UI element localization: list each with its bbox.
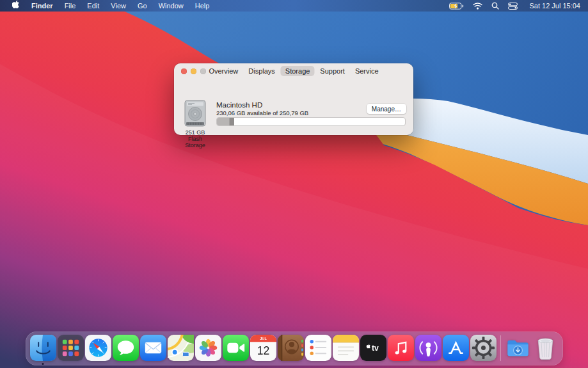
tab-overview[interactable]: Overview <box>204 66 242 76</box>
tab-service[interactable]: Service <box>351 66 383 76</box>
volume-name: Macintosh HD <box>216 101 262 109</box>
tab-displays[interactable]: Displays <box>244 66 280 76</box>
disk-column: 251 GB Flash Storage <box>177 100 213 148</box>
dock-icon-facetime[interactable] <box>223 335 249 361</box>
dock-icon-launchpad[interactable] <box>58 335 84 361</box>
hard-drive-icon <box>184 100 206 127</box>
dock-icon-safari[interactable] <box>85 335 111 361</box>
window-tabs: Overview Displays Storage Support Servic… <box>204 66 383 76</box>
menu-help[interactable]: Help <box>189 0 216 12</box>
dock-icon-reminders[interactable] <box>305 335 331 361</box>
disk-capacity-label: 251 GB <box>177 129 213 136</box>
menu-app-name[interactable]: Finder <box>26 0 59 12</box>
window-titlebar[interactable]: Overview Displays Storage Support Servic… <box>174 63 413 79</box>
menu-view[interactable]: View <box>105 0 132 12</box>
desktop: Finder File Edit View Go Window Help <box>0 0 588 368</box>
spotlight-search-icon[interactable] <box>491 2 499 10</box>
storage-usage-bar <box>216 117 406 126</box>
dock-icon-podcasts[interactable] <box>415 335 441 361</box>
dock-icon-app-store[interactable] <box>443 335 469 361</box>
finder-running-indicator <box>42 363 44 365</box>
battery-charging-icon[interactable] <box>449 3 464 10</box>
manage-button[interactable]: Manage… <box>367 104 406 114</box>
dock-icon-contacts[interactable] <box>278 335 304 361</box>
menu-file[interactable]: File <box>59 0 82 12</box>
menu-bar-clock[interactable]: Sat 12 Jul 15:04 <box>529 2 580 10</box>
tab-support[interactable]: Support <box>315 66 349 76</box>
storage-pane: 251 GB Flash Storage Macintosh HD 230,06… <box>174 142 413 198</box>
disk-kind-label: Flash Storage <box>177 136 213 148</box>
tv-label: tv <box>372 344 379 353</box>
dock-icon-system-preferences[interactable] <box>470 335 497 361</box>
minimize-button[interactable] <box>191 68 196 74</box>
availability-text: 230,06 GB available of 250,79 GB <box>216 109 308 116</box>
dock-icon-mail[interactable] <box>140 335 166 361</box>
traffic-lights <box>181 68 206 74</box>
dock-icon-tv[interactable]: tv <box>360 335 386 361</box>
dock: JUL 12 <box>26 332 563 365</box>
menu-go[interactable]: Go <box>132 0 153 12</box>
control-center-icon[interactable] <box>508 3 518 10</box>
menu-window[interactable]: Window <box>153 0 189 12</box>
dock-divider <box>500 335 501 361</box>
dock-icon-notes[interactable] <box>333 335 359 361</box>
apple-logo-icon <box>12 0 20 8</box>
dock-icon-maps[interactable] <box>168 335 194 361</box>
tab-storage[interactable]: Storage <box>281 66 315 76</box>
dock-icon-trash[interactable] <box>532 335 559 361</box>
usage-segment-light <box>217 118 230 125</box>
close-button[interactable] <box>181 68 187 74</box>
menu-edit[interactable]: Edit <box>81 0 105 12</box>
wifi-icon[interactable] <box>473 3 482 10</box>
about-this-mac-window: Overview Displays Storage Support Servic… <box>174 63 413 135</box>
usage-segment-dark <box>230 118 234 125</box>
calendar-month-label: JUL <box>260 337 267 340</box>
dock-icon-music[interactable] <box>388 335 414 361</box>
menu-bar: Finder File Edit View Go Window Help <box>0 0 588 12</box>
apple-menu[interactable] <box>6 0 26 12</box>
dock-icon-finder[interactable] <box>30 335 56 361</box>
dock-icon-downloads[interactable] <box>505 335 531 361</box>
dock-icon-calendar[interactable]: JUL 12 <box>250 335 276 361</box>
calendar-day-label: 12 <box>257 344 269 357</box>
dock-icon-messages[interactable] <box>113 335 139 361</box>
dock-icon-photos[interactable] <box>195 335 221 361</box>
